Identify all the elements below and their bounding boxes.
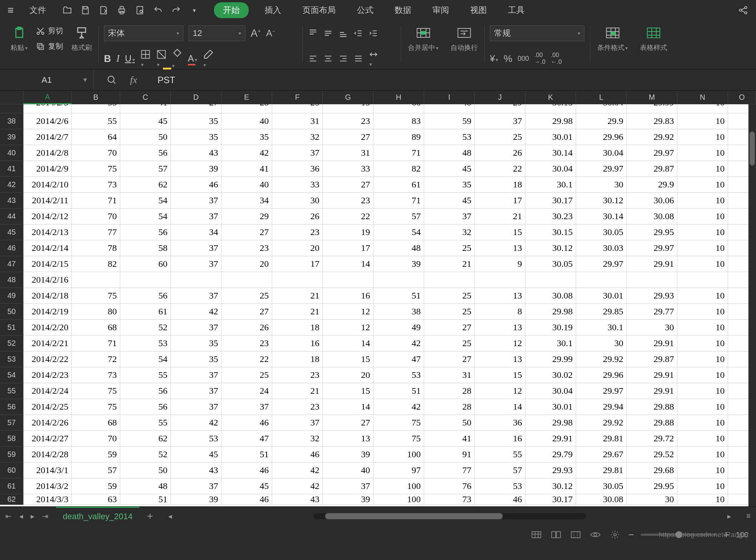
cell[interactable]: 61 xyxy=(120,304,171,320)
cell[interactable]: 29.93 xyxy=(525,463,576,478)
cell[interactable]: 56 xyxy=(120,399,171,415)
menu-tools[interactable]: 工具 xyxy=(503,2,530,18)
increase-decimal-icon[interactable]: .00→.0 xyxy=(534,52,545,65)
column-header-F[interactable]: F xyxy=(272,91,323,104)
cell[interactable]: 46 xyxy=(222,494,272,505)
row-header[interactable]: 58 xyxy=(0,431,23,447)
open-icon[interactable] xyxy=(62,5,73,15)
format-painter-button[interactable]: 格式刷 xyxy=(70,23,93,54)
cell[interactable]: 2014/2/7 xyxy=(23,129,72,145)
cell[interactable]: 37 xyxy=(171,399,222,415)
cell[interactable]: 30 xyxy=(272,193,323,209)
cell[interactable]: 37 xyxy=(323,478,373,494)
cell[interactable]: 15 xyxy=(323,383,373,399)
cell[interactable]: 29.93 xyxy=(627,288,677,304)
cell[interactable]: 35 xyxy=(171,351,222,367)
cell[interactable]: 75 xyxy=(72,383,120,399)
cell[interactable]: 12 xyxy=(475,336,525,351)
cell[interactable]: 70 xyxy=(72,209,120,224)
cell[interactable]: 55 xyxy=(72,113,120,129)
cell[interactable]: 71 xyxy=(373,193,424,209)
cell[interactable]: 41 xyxy=(222,161,272,177)
print-icon[interactable] xyxy=(116,5,127,15)
cell[interactable]: 46 xyxy=(171,177,222,193)
cell[interactable]: 30.1 xyxy=(525,177,576,193)
undo-icon[interactable] xyxy=(153,5,163,15)
cell[interactable]: 37 xyxy=(272,145,323,161)
cell[interactable]: 2014/2/27 xyxy=(23,431,72,447)
cell[interactable]: 21 xyxy=(424,256,475,272)
cell[interactable]: 43 xyxy=(171,463,222,478)
cell[interactable]: 76 xyxy=(424,478,475,494)
cell[interactable]: 70 xyxy=(72,431,120,447)
row-header[interactable]: 46 xyxy=(0,240,23,256)
cell[interactable]: 37 xyxy=(222,399,272,415)
cell[interactable]: 30.15 xyxy=(525,104,576,113)
cell[interactable]: 30.15 xyxy=(525,224,576,240)
redo-icon[interactable] xyxy=(171,5,181,15)
row-header[interactable]: 48 xyxy=(0,272,23,288)
cell[interactable]: 68 xyxy=(72,415,120,431)
cell[interactable]: 53 xyxy=(373,367,424,383)
column-header-E[interactable]: E xyxy=(222,91,272,104)
decrease-font-icon[interactable]: A− xyxy=(266,28,275,39)
cell[interactable]: 63 xyxy=(72,494,120,505)
cell[interactable]: 54 xyxy=(120,209,171,224)
cell[interactable]: 54 xyxy=(120,351,171,367)
cell[interactable]: 57 xyxy=(72,463,120,478)
increase-font-icon[interactable]: A+ xyxy=(251,27,261,39)
cell[interactable]: 59 xyxy=(72,478,120,494)
cell[interactable]: 75 xyxy=(72,399,120,415)
cell[interactable]: 30 xyxy=(627,320,677,336)
cell[interactable]: 10 xyxy=(677,104,728,113)
cell[interactable]: 30.19 xyxy=(525,320,576,336)
cell[interactable]: 78 xyxy=(72,240,120,256)
cell[interactable]: 82 xyxy=(72,256,120,272)
row-header[interactable]: 38 xyxy=(0,113,23,129)
settings-icon[interactable] xyxy=(609,529,621,540)
cell[interactable]: 12 xyxy=(475,383,525,399)
cell[interactable]: 59 xyxy=(424,113,475,129)
cell[interactable]: 27 xyxy=(222,304,272,320)
cell[interactable]: 75 xyxy=(72,161,120,177)
orientation-icon[interactable]: ▾ xyxy=(369,50,378,68)
cell[interactable]: 51 xyxy=(373,288,424,304)
cell[interactable]: 53 xyxy=(171,431,222,447)
cell[interactable]: 2014/3/3 xyxy=(23,494,72,505)
cell[interactable]: 56 xyxy=(120,383,171,399)
cell[interactable] xyxy=(475,272,525,288)
cell[interactable]: 46 xyxy=(475,494,525,505)
cell[interactable]: 48 xyxy=(424,104,475,113)
cell[interactable]: 2014/3/1 xyxy=(23,463,72,478)
cell[interactable]: 36 xyxy=(272,161,323,177)
row-header[interactable]: 40 xyxy=(0,145,23,161)
cell[interactable]: 30 xyxy=(576,177,627,193)
align-right-icon[interactable] xyxy=(338,54,348,63)
row-header[interactable]: 49 xyxy=(0,288,23,304)
formula-input[interactable]: PST xyxy=(150,75,756,85)
cell[interactable]: 25 xyxy=(272,104,323,113)
cell[interactable]: 25 xyxy=(475,129,525,145)
paste-button[interactable]: 粘贴▾ xyxy=(9,23,29,54)
cell[interactable]: 31 xyxy=(272,113,323,129)
menu-review[interactable]: 审阅 xyxy=(427,2,454,18)
cell[interactable]: 29.83 xyxy=(627,113,677,129)
cell[interactable]: 45 xyxy=(120,113,171,129)
cell[interactable]: 42 xyxy=(222,145,272,161)
print-preview-icon[interactable] xyxy=(135,5,145,15)
saveas-icon[interactable] xyxy=(98,5,109,15)
row-header[interactable]: 61 xyxy=(0,478,23,494)
cell[interactable]: 2014/2/23 xyxy=(23,367,72,383)
cell[interactable]: 100 xyxy=(373,478,424,494)
cell[interactable]: 30 xyxy=(576,336,627,351)
cell[interactable]: 14 xyxy=(323,256,373,272)
cell[interactable]: 30.12 xyxy=(576,193,627,209)
cell[interactable]: 30.04 xyxy=(525,161,576,177)
cell[interactable]: 13 xyxy=(475,351,525,367)
cell[interactable]: 2014/2/20 xyxy=(23,320,72,336)
cell[interactable]: 34 xyxy=(222,193,272,209)
cell[interactable]: 43 xyxy=(171,145,222,161)
fill-color-button[interactable]: ▾ xyxy=(172,48,183,70)
menu-formula[interactable]: 公式 xyxy=(352,2,379,18)
vertical-scroll-thumb[interactable] xyxy=(750,131,755,166)
